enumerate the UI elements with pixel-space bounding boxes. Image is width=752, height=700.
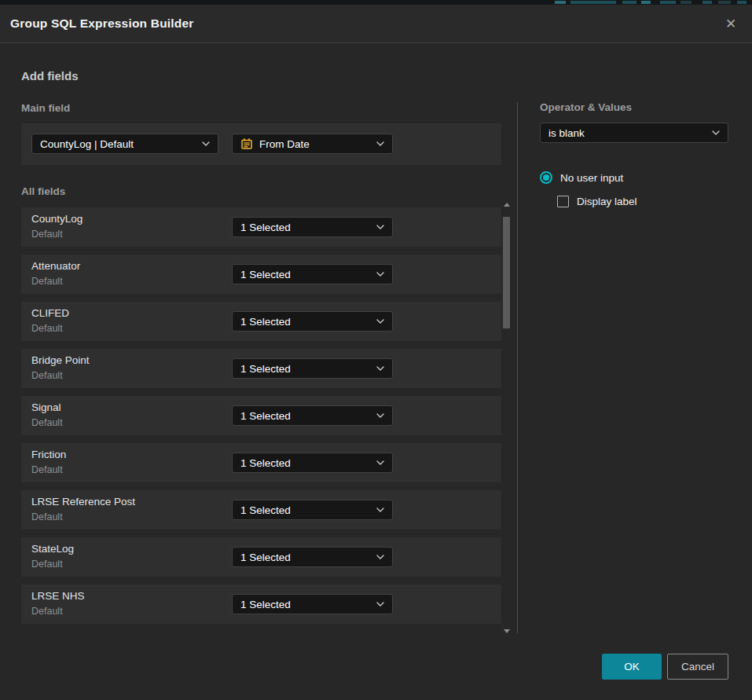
field-selected-value: 1 Selected	[240, 410, 291, 422]
field-selected-dropdown[interactable]: 1 Selected	[232, 358, 393, 379]
field-name: Signal	[31, 401, 61, 413]
chevron-down-icon	[376, 508, 384, 512]
chevron-down-icon	[376, 319, 384, 324]
field-selected-value: 1 Selected	[240, 552, 291, 563]
field-subtitle: Default	[31, 417, 63, 428]
radio-selected-icon	[540, 171, 552, 184]
field-selected-dropdown[interactable]: 1 Selected	[232, 405, 393, 426]
backdrop-fragment	[570, 1, 616, 4]
field-subtitle: Default	[31, 276, 63, 287]
close-icon[interactable]: ✕	[723, 16, 739, 31]
backdrop-fragment	[702, 1, 712, 4]
field-name: CountyLog	[31, 213, 83, 225]
display-label-checkbox[interactable]: Display label	[557, 196, 637, 207]
field-row-bridge-point: Bridge Point Default 1 Selected	[21, 349, 501, 388]
field-name: LRSE NHS	[31, 590, 85, 602]
field-row-statelog: StateLog Default 1 Selected	[21, 537, 501, 577]
chevron-down-icon	[376, 225, 384, 229]
field-selected-dropdown[interactable]: 1 Selected	[232, 264, 393, 284]
chevron-down-icon	[376, 366, 384, 371]
chevron-down-icon	[376, 272, 384, 277]
chevron-down-icon	[712, 130, 720, 135]
field-selected-dropdown[interactable]: 1 Selected	[232, 500, 393, 520]
scroll-down-icon[interactable]	[504, 629, 510, 633]
cancel-button[interactable]: Cancel	[667, 654, 728, 680]
add-fields-heading: Add fields	[21, 69, 79, 82]
no-user-input-label: No user input	[560, 172, 623, 184]
backdrop-fragment	[660, 1, 676, 4]
operator-select[interactable]: is blank	[540, 123, 728, 143]
operator-value: is blank	[548, 127, 585, 139]
main-field-source-select[interactable]: CountyLog | Default	[31, 134, 218, 154]
field-selected-value: 1 Selected	[240, 316, 291, 328]
chevron-down-icon	[376, 602, 384, 607]
field-subtitle: Default	[31, 606, 63, 617]
field-row-clifed: CLIFED Default 1 Selected	[21, 302, 501, 341]
field-selected-value: 1 Selected	[240, 269, 291, 280]
field-name: LRSE Reference Post	[31, 496, 135, 508]
backdrop-fragment	[718, 1, 731, 4]
backdrop-fragment	[641, 1, 651, 4]
field-subtitle: Default	[31, 511, 63, 522]
main-field-panel: CountyLog | Default From Date	[21, 123, 501, 165]
field-row-signal: Signal Default 1 Selected	[21, 396, 501, 435]
field-row-lrse-nhs: LRSE NHS Default 1 Selected	[21, 585, 501, 624]
field-selected-value: 1 Selected	[240, 363, 291, 375]
calendar-icon	[240, 137, 253, 150]
backdrop-fragment	[737, 1, 746, 4]
chevron-down-icon	[202, 141, 210, 146]
field-name: CLIFED	[31, 307, 69, 319]
chevron-down-icon	[376, 413, 384, 418]
chevron-down-icon	[376, 555, 384, 559]
field-name: StateLog	[31, 543, 74, 555]
all-fields-label: All fields	[21, 185, 65, 197]
fields-list-scrollbar[interactable]	[502, 198, 512, 635]
scrollbar-thumb[interactable]	[503, 217, 510, 328]
field-subtitle: Default	[31, 559, 63, 570]
checkbox-unchecked-icon	[557, 196, 569, 207]
main-field-date-value: From Date	[259, 138, 310, 150]
field-subtitle: Default	[31, 370, 63, 381]
field-selected-dropdown[interactable]: 1 Selected	[232, 594, 393, 614]
field-selected-dropdown[interactable]: 1 Selected	[232, 547, 393, 567]
dialog-title: Group SQL Expression Builder	[10, 16, 194, 31]
field-selected-dropdown[interactable]: 1 Selected	[232, 453, 393, 473]
chevron-down-icon	[376, 460, 384, 465]
sql-expression-builder-dialog: Group SQL Expression Builder ✕ Add field…	[0, 5, 752, 700]
field-selected-value: 1 Selected	[240, 222, 291, 233]
field-subtitle: Default	[31, 464, 63, 475]
field-subtitle: Default	[31, 229, 63, 240]
field-row-lrse-reference-post: LRSE Reference Post Default 1 Selected	[21, 490, 501, 530]
ok-button[interactable]: OK	[602, 654, 662, 680]
field-name: Friction	[31, 449, 66, 460]
field-selected-dropdown[interactable]: 1 Selected	[232, 217, 393, 237]
field-subtitle: Default	[31, 323, 63, 334]
field-selected-dropdown[interactable]: 1 Selected	[232, 311, 393, 332]
field-name: Bridge Point	[31, 354, 90, 366]
chevron-down-icon	[376, 141, 384, 146]
field-selected-value: 1 Selected	[240, 504, 291, 516]
main-field-label: Main field	[21, 102, 70, 114]
scroll-up-icon[interactable]	[504, 203, 510, 207]
field-selected-value: 1 Selected	[240, 457, 291, 469]
field-name: Attenuator	[31, 260, 80, 272]
screen: Group SQL Expression Builder ✕ Add field…	[0, 0, 752, 700]
field-row-attenuator: Attenuator Default 1 Selected	[21, 255, 501, 294]
backdrop-fragment	[680, 1, 691, 4]
main-field-date-select[interactable]: From Date	[232, 134, 393, 154]
display-label-text: Display label	[577, 196, 637, 207]
no-user-input-radio[interactable]: No user input	[540, 171, 623, 184]
field-row-countylog: CountyLog Default 1 Selected	[21, 207, 501, 247]
main-field-source-value: CountyLog | Default	[40, 138, 134, 150]
backdrop-fragment	[622, 1, 636, 4]
dialog-title-bar: Group SQL Expression Builder ✕	[0, 5, 752, 43]
field-row-friction: Friction Default 1 Selected	[21, 443, 501, 482]
operator-values-heading: Operator & Values	[540, 101, 632, 113]
field-selected-value: 1 Selected	[240, 599, 291, 610]
panel-divider	[517, 102, 518, 633]
backdrop-fragment	[555, 1, 566, 4]
